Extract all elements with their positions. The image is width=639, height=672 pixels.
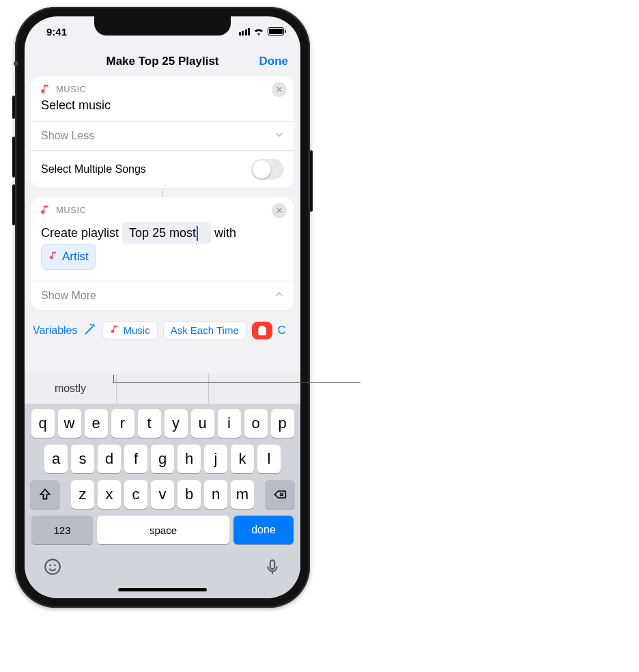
shift-key[interactable] xyxy=(30,480,60,509)
variables-button[interactable]: Variables xyxy=(33,324,78,337)
key-e[interactable]: e xyxy=(85,409,108,438)
connector-line xyxy=(162,191,163,197)
music-note-icon xyxy=(48,246,58,268)
nav-bar: Make Top 25 Playlist Done xyxy=(25,46,300,76)
key-j[interactable]: j xyxy=(204,445,227,473)
key-k[interactable]: k xyxy=(231,445,254,473)
svg-point-0 xyxy=(45,559,60,574)
kb-row-3: z x c v b n m xyxy=(27,480,298,509)
key-d[interactable]: d xyxy=(98,445,121,473)
key-p[interactable]: p xyxy=(271,409,294,438)
action-app-label: MUSIC xyxy=(56,205,86,215)
number-mode-key[interactable]: 123 xyxy=(31,516,93,544)
side-button xyxy=(12,137,15,178)
suggestion-bar: mostly xyxy=(25,374,300,404)
battery-icon xyxy=(268,27,284,36)
screen: 9:41 Make Top 25 Playlist Done xyxy=(25,16,300,598)
key-i[interactable]: i xyxy=(218,409,241,438)
notch xyxy=(94,16,231,36)
kb-fn-row xyxy=(25,547,300,584)
key-l[interactable]: l xyxy=(257,445,281,473)
music-app-icon xyxy=(40,83,51,94)
iphone-device-frame: 9:41 Make Top 25 Playlist Done xyxy=(15,7,310,608)
key-g[interactable]: g xyxy=(151,445,174,473)
key-m[interactable]: m xyxy=(231,480,254,509)
ask-each-time-chip[interactable]: Ask Each Time xyxy=(163,321,246,339)
key-b[interactable]: b xyxy=(178,480,201,509)
key-w[interactable]: w xyxy=(58,409,81,438)
playlist-name-input[interactable]: Top 25 most xyxy=(122,222,211,244)
clipboard-chip[interactable] xyxy=(252,322,272,339)
keyboard: mostly q w e r t y u i o p a xyxy=(25,374,300,598)
key-x[interactable]: x xyxy=(98,480,121,509)
create-playlist-mid: with xyxy=(214,226,236,240)
close-icon[interactable] xyxy=(272,203,287,218)
suggestion-1[interactable]: mostly xyxy=(25,374,117,404)
action-title: Select music xyxy=(31,97,294,121)
svg-point-1 xyxy=(49,564,51,566)
space-key[interactable]: space xyxy=(97,516,229,544)
magic-wand-icon[interactable] xyxy=(83,322,97,339)
action-card-create-playlist: MUSIC Create playlist Top 25 most with xyxy=(31,197,294,310)
key-t[interactable]: t xyxy=(138,409,161,438)
key-z[interactable]: z xyxy=(71,480,94,509)
chip-label: Music xyxy=(124,324,150,336)
status-time: 9:41 xyxy=(46,26,67,38)
key-u[interactable]: u xyxy=(191,409,214,438)
action-app-label: MUSIC xyxy=(56,84,86,94)
close-icon[interactable] xyxy=(272,82,287,97)
home-indicator[interactable] xyxy=(118,588,207,591)
keyboard-done-key[interactable]: done xyxy=(233,516,294,544)
kb-row-2: a s d f g h j k l xyxy=(27,445,298,473)
mic-icon[interactable] xyxy=(264,558,281,578)
key-q[interactable]: q xyxy=(31,409,55,438)
variable-bar: Variables Music Ask Each Time C xyxy=(25,313,300,346)
callout-line xyxy=(113,382,360,383)
done-button[interactable]: Done xyxy=(259,55,289,68)
token-label: Artist xyxy=(62,246,89,268)
chevron-up-icon xyxy=(274,290,284,302)
backspace-key[interactable] xyxy=(265,480,295,509)
svg-point-2 xyxy=(54,564,56,566)
chip-label: Ask Each Time xyxy=(171,324,239,336)
artist-variable-token[interactable]: Artist xyxy=(41,244,96,270)
suggestion-2[interactable] xyxy=(117,374,209,404)
kb-row-4: 123 space done xyxy=(27,516,298,544)
cellular-icon xyxy=(239,28,251,36)
select-multiple-row: Select Multiple Songs xyxy=(31,150,294,188)
side-button xyxy=(12,96,15,119)
side-button xyxy=(310,150,313,212)
emoji-icon[interactable] xyxy=(44,558,61,578)
key-r[interactable]: r xyxy=(111,409,134,438)
show-more-row[interactable]: Show More xyxy=(31,281,294,310)
key-s[interactable]: s xyxy=(71,445,94,473)
show-more-label: Show More xyxy=(41,290,96,302)
wifi-icon xyxy=(253,26,264,38)
key-n[interactable]: n xyxy=(204,480,227,509)
kb-row-1: q w e r t y u i o p xyxy=(27,409,298,438)
key-c[interactable]: c xyxy=(124,480,147,509)
page-title: Make Top 25 Playlist xyxy=(106,55,218,68)
key-y[interactable]: y xyxy=(165,409,188,438)
show-less-row[interactable]: Show Less xyxy=(31,121,294,150)
create-playlist-prefix: Create playlist xyxy=(41,226,119,240)
chevron-down-icon xyxy=(274,130,284,142)
clipboard-chip-cutoff: C xyxy=(278,324,286,337)
show-less-label: Show Less xyxy=(41,130,94,142)
music-note-icon xyxy=(110,324,119,336)
svg-rect-3 xyxy=(270,560,275,569)
select-multiple-label: Select Multiple Songs xyxy=(41,163,146,176)
key-o[interactable]: o xyxy=(244,409,268,438)
music-variable-chip[interactable]: Music xyxy=(102,321,158,339)
suggestion-3[interactable] xyxy=(209,374,300,404)
key-h[interactable]: h xyxy=(178,445,201,473)
side-button xyxy=(12,184,15,225)
action-card-select-music: MUSIC Select music Show Less Select Mult… xyxy=(31,76,294,188)
key-f[interactable]: f xyxy=(124,445,147,473)
music-app-icon xyxy=(40,204,51,215)
key-a[interactable]: a xyxy=(44,445,68,473)
key-v[interactable]: v xyxy=(151,480,174,509)
playlist-name-value: Top 25 most xyxy=(129,226,196,240)
select-multiple-toggle[interactable] xyxy=(251,159,284,180)
